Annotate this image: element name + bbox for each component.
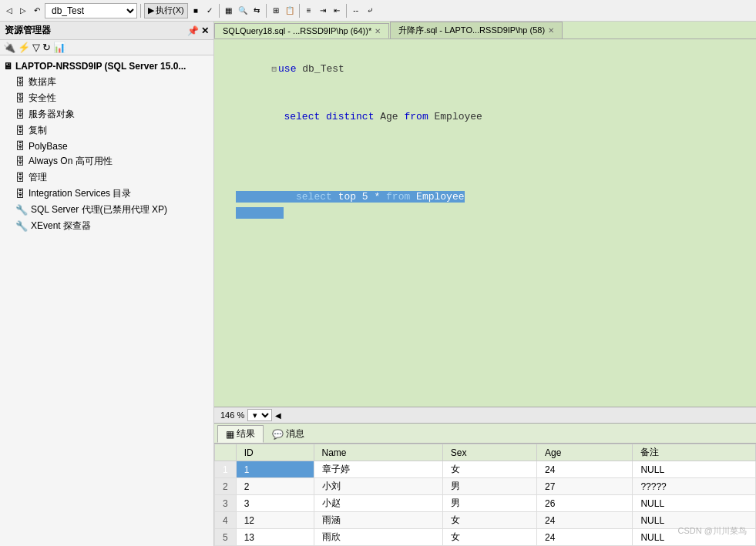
editor-line-1: ⊟use db_Test	[223, 45, 747, 93]
cell-name: 章子婷	[314, 461, 442, 478]
forward-icon[interactable]: ▷	[17, 5, 29, 17]
cell-sex: 男	[442, 478, 536, 495]
sidebar-item-label-2: 服务器对象	[29, 108, 75, 121]
scroll-left-icon[interactable]: ◀	[275, 411, 281, 420]
folder-icon-5: 🗄	[15, 156, 25, 167]
main-area: 资源管理器 📌 ✕ 🔌 ⚡ ▽ ↻ 📊 🖥 LAPTOP-NRSSD9IP (S…	[0, 22, 756, 546]
cell-note: NULL	[633, 461, 756, 478]
folder-icon-6: 🗄	[15, 172, 25, 183]
database-selector[interactable]: db_Test	[45, 3, 137, 18]
sidebar-header: 资源管理器 📌 ✕	[0, 22, 213, 40]
back-icon[interactable]: ◁	[3, 5, 15, 17]
tab-1-label: 升降序.sql - LAPTO...RSSD9IP\hp (58)	[398, 25, 545, 36]
disconnect-icon[interactable]: ⚡	[18, 42, 30, 53]
sidebar: 资源管理器 📌 ✕ 🔌 ⚡ ▽ ↻ 📊 🖥 LAPTOP-NRSSD9IP (S…	[0, 22, 214, 546]
results-tabs: ▦ 结果 💬 消息	[214, 424, 756, 444]
tab-0-label: SQLQuery18.sql - ...RSSD9IP\hp (64))*	[223, 26, 371, 35]
tab-0-close[interactable]: ✕	[375, 27, 381, 35]
indent-icon[interactable]: ⇥	[317, 5, 329, 17]
sidebar-item-3[interactable]: 🗄 复制	[0, 122, 213, 139]
folder-icon-8: 🔧	[15, 204, 28, 216]
cell-sex: 女	[442, 461, 536, 478]
row-num-cell: 4	[215, 512, 237, 529]
sidebar-item-1[interactable]: 🗄 安全性	[0, 90, 213, 106]
sidebar-item-8[interactable]: 🔧 SQL Server 代理(已禁用代理 XP)	[0, 202, 213, 218]
outdent-icon[interactable]: ⇤	[331, 5, 343, 17]
folder-icon-0: 🗄	[15, 76, 25, 88]
tab-0[interactable]: SQLQuery18.sql - ...RSSD9IP\hp (64))* ✕	[214, 23, 389, 39]
sidebar-item-label-9: XEvent 探查器	[31, 219, 91, 233]
row-num-cell: 3	[215, 495, 237, 512]
sidebar-item-5[interactable]: 🗄 Always On 高可用性	[0, 153, 213, 169]
chart-icon[interactable]: 📊	[53, 42, 66, 53]
zoom-label: 146 %	[220, 410, 244, 420]
format-icon[interactable]: ⇆	[250, 5, 263, 17]
sql-editor[interactable]: ⊟use db_Test select distinct Age from Em…	[214, 39, 756, 407]
sidebar-title: 资源管理器	[5, 24, 187, 37]
tab-bar: SQLQuery18.sql - ...RSSD9IP\hp (64))* ✕ …	[214, 22, 756, 39]
col-note: 备注	[633, 444, 756, 461]
editor-line-4: select top 5 * from Employee	[223, 158, 747, 238]
table-row: 11章子婷女24NULL	[215, 461, 756, 478]
server-label: LAPTOP-NRSSD9IP (SQL Server 15.0...	[15, 61, 186, 72]
row-num-cell: 1	[215, 461, 237, 478]
results-tab-0[interactable]: ▦ 结果	[217, 425, 264, 443]
undo-icon[interactable]: ↶	[31, 5, 43, 17]
tab-1[interactable]: 升降序.sql - LAPTO...RSSD9IP\hp (58) ✕	[390, 22, 563, 39]
sidebar-item-label-5: Always On 高可用性	[29, 155, 113, 168]
results-tab-label-0: 结果	[237, 427, 255, 440]
cell-sex: 女	[442, 529, 536, 546]
sep3	[266, 4, 267, 18]
sidebar-header-icons: 📌 ✕	[187, 25, 209, 36]
sidebar-item-7[interactable]: 🗄 Integration Services 目录	[0, 186, 213, 202]
uncomment-icon[interactable]: ⤶	[364, 5, 376, 17]
parse-icon[interactable]: 🔍	[237, 5, 249, 17]
comment-icon[interactable]: --	[350, 5, 362, 17]
editor-line-2: select distinct Age from Employee	[223, 93, 747, 141]
pin-icon[interactable]: 📌	[187, 25, 199, 36]
collapse-icon[interactable]: ⊟	[271, 65, 277, 74]
sidebar-item-0[interactable]: 🗄 数据库	[0, 74, 213, 90]
table-icon[interactable]: ⊞	[270, 5, 282, 17]
watermark: CSDN @川川菜鸟	[678, 525, 747, 537]
sep4	[299, 4, 300, 18]
execute-button[interactable]: ▶ 执行(X)	[144, 3, 188, 18]
refresh-icon[interactable]: ↻	[42, 42, 51, 53]
col-sex: Sex	[442, 444, 536, 461]
sidebar-item-4[interactable]: 🗄 PolyBase	[0, 139, 213, 153]
grid-icon[interactable]: ▦	[223, 5, 235, 17]
zoom-selector[interactable]: ▾	[247, 409, 272, 421]
sidebar-close-icon[interactable]: ✕	[201, 25, 209, 36]
sidebar-item-6[interactable]: 🗄 管理	[0, 169, 213, 186]
cell-sex: 男	[442, 495, 536, 512]
main-toolbar: ◁ ▷ ↶ db_Test ▶ 执行(X) ■ ✓ ▦ 🔍 ⇆ ⊞ 📋 ≡ ⇥ …	[0, 0, 756, 22]
cell-note: NULL	[633, 495, 756, 512]
connect-icon[interactable]: 🔌	[3, 42, 15, 53]
folder-icon-9: 🔧	[15, 220, 28, 232]
cell-name: 小刘	[314, 478, 442, 495]
stop-icon[interactable]: ■	[190, 5, 202, 17]
sidebar-item-label-1: 安全性	[29, 92, 56, 105]
table-row: 22小刘男27?????	[215, 478, 756, 495]
table-header-row: ID Name Sex Age 备注	[215, 444, 756, 461]
checkmark-icon[interactable]: ✓	[203, 5, 216, 17]
editor-statusbar: 146 % ▾ ◀	[214, 407, 756, 423]
server-node[interactable]: 🖥 LAPTOP-NRSSD9IP (SQL Server 15.0...	[0, 59, 213, 74]
row-num-cell: 2	[215, 478, 237, 495]
play-icon: ▶	[148, 5, 154, 15]
results-tab-1[interactable]: 💬 消息	[264, 425, 313, 443]
folder-icon-7: 🗄	[15, 188, 25, 199]
cell-id: 13	[236, 529, 314, 546]
sidebar-item-9[interactable]: 🔧 XEvent 探查器	[0, 218, 213, 234]
col-name: Name	[314, 444, 442, 461]
sidebar-item-2[interactable]: 🗄 服务器对象	[0, 106, 213, 122]
cell-age: 24	[537, 512, 633, 529]
cell-age: 24	[537, 461, 633, 478]
content-area: SQLQuery18.sql - ...RSSD9IP\hp (64))* ✕ …	[214, 22, 756, 546]
report-icon[interactable]: 📋	[284, 5, 296, 17]
tab-1-close[interactable]: ✕	[548, 26, 554, 35]
align-left-icon[interactable]: ≡	[303, 5, 315, 17]
filter-icon[interactable]: ▽	[32, 42, 40, 53]
table-row: 412雨涵女24NULL	[215, 512, 756, 529]
cell-name: 雨欣	[314, 529, 442, 546]
